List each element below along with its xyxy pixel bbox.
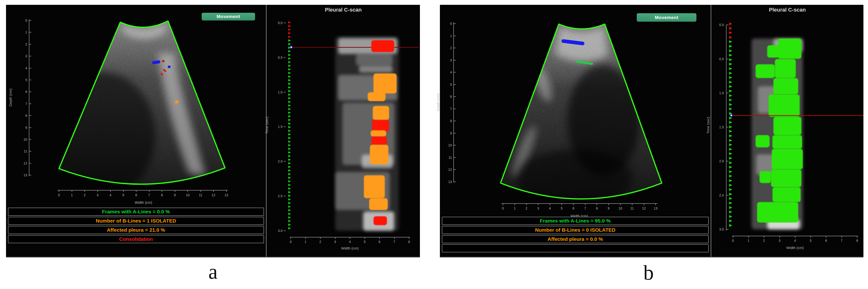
tick-label: 0	[728, 238, 738, 243]
tick-label: 3	[775, 238, 784, 243]
cscan-red-blob	[372, 120, 389, 132]
status-row: Number of B-Lines = 0 ISOLATED	[442, 226, 709, 234]
ultrasound-section-b: Movement 012345678910111213 Depth (cm) 0…	[440, 5, 711, 257]
tick-mark	[394, 237, 395, 239]
tick-mark	[779, 236, 780, 238]
ultrasound-section-a: Movement 012345678910111213 Depth (cm) 0…	[6, 5, 266, 257]
figure-caption-a: a	[202, 260, 224, 284]
cscan-orange-blob	[373, 106, 389, 120]
tick-label: 5	[806, 238, 815, 243]
cscan-section-b: Pleural C-scan 0.00.51.01.52.02.53.0 Tim…	[711, 5, 863, 257]
tick-mark	[350, 237, 350, 239]
status-text: Number of B-Lines = 1 ISOLATED	[96, 218, 176, 224]
cscan-red-blob	[371, 40, 394, 52]
tick-label: 4	[345, 240, 355, 244]
tick-label: 4	[790, 238, 800, 243]
cscan-red-blob	[371, 137, 387, 145]
cscan-green-blob	[755, 135, 770, 147]
cscan-green-blob	[772, 149, 803, 169]
cscan-green-blob	[767, 45, 780, 58]
tick-label: 1	[744, 238, 753, 243]
tick-label: 2	[315, 240, 325, 244]
cscan-orange-blob	[364, 175, 384, 198]
tick-mark	[826, 236, 826, 238]
tick-label: 7	[837, 238, 846, 243]
time-cursor-line[interactable]	[732, 115, 863, 116]
tick-label: 2	[759, 238, 769, 243]
cscan-green-blob	[772, 187, 800, 202]
dot-marker	[168, 65, 170, 68]
cscan-red-blob	[373, 216, 387, 225]
status-text: Affected pleura = 0.0 %	[548, 236, 603, 242]
ultrasound-fan-image	[440, 5, 711, 222]
cscan-orange-blob	[370, 145, 389, 164]
status-text: Affected pleura = 21.0 %	[107, 227, 165, 233]
tick-mark	[335, 237, 336, 239]
tick-label: 6	[375, 240, 384, 244]
tick-mark	[379, 237, 380, 239]
tick-label: 6	[821, 238, 831, 243]
status-row: Number of B-Lines = 1 ISOLATED	[8, 217, 264, 225]
tick-mark	[409, 237, 409, 239]
depth-axis-label: Depth (cm)	[436, 80, 440, 125]
panel-a: Movement 012345678910111213 Depth (cm) 0…	[6, 5, 420, 257]
figure-canvas: Movement 012345678910111213 Depth (cm) 0…	[0, 0, 868, 289]
cscan-green-blob	[775, 59, 796, 78]
cscan-green-blob	[778, 38, 801, 59]
tick-mark	[810, 236, 811, 238]
time-cursor-line[interactable]	[292, 47, 419, 48]
tick-mark	[733, 236, 733, 238]
tick-label: 8	[404, 240, 414, 244]
cscan-green-blob	[772, 135, 802, 149]
status-row: Affected pleura = 0.0 %	[442, 235, 709, 243]
cscan-green-blob	[755, 64, 775, 78]
tick-mark	[320, 237, 320, 239]
tick-mark	[305, 237, 306, 239]
cscan-orange-blob	[371, 130, 386, 137]
tick-mark	[857, 236, 858, 238]
cscan-width-axis-label: Width (cm)	[326, 246, 374, 250]
cscan-green-blob	[757, 202, 798, 223]
tick-mark	[365, 237, 365, 239]
tick-label: 1	[301, 240, 310, 244]
cscan-green-blob	[773, 117, 801, 135]
tick-mark	[748, 236, 749, 238]
tick-mark	[841, 236, 842, 238]
status-row: Consolidation	[8, 235, 264, 243]
tick-label: 3	[331, 240, 340, 244]
status-text: Number of B-Lines = 0 ISOLATED	[535, 227, 616, 233]
cscan-green-blob	[773, 78, 798, 94]
time-cursor-dot[interactable]	[290, 46, 292, 49]
cscan-orange-blob	[373, 74, 396, 93]
tick-label: 0	[286, 240, 296, 244]
cscan-width-axis-ticks: 012345678	[267, 5, 420, 257]
figure-caption-b: b	[638, 261, 659, 285]
status-text: Consolidation	[119, 236, 153, 242]
cscan-section-a: Pleural C-scan 0.00.51.01.52.02.53.0 Tim…	[267, 5, 420, 257]
dot-marker	[162, 60, 164, 62]
tick-label: 5	[360, 240, 370, 244]
panel-b: Movement 012345678910111213 Depth (cm) 0…	[440, 5, 863, 257]
cscan-green-blob	[771, 169, 801, 187]
cscan-green-blob	[769, 94, 800, 117]
tick-label: 8	[852, 238, 862, 243]
tick-mark	[290, 237, 291, 239]
tick-mark	[764, 236, 764, 238]
tick-label: 7	[390, 240, 399, 244]
cscan-width-axis-label: Width (cm)	[771, 245, 819, 250]
cscan-orange-blob	[369, 198, 388, 210]
cscan-green-blob	[760, 171, 771, 183]
status-row	[442, 244, 709, 252]
star-marker-icon: ★	[173, 98, 180, 106]
status-row: Affected pleura = 21.0 %	[8, 226, 264, 234]
ultrasound-fan-image	[6, 5, 266, 217]
cscan-orange-blob	[368, 92, 385, 101]
tick-mark	[795, 236, 795, 238]
